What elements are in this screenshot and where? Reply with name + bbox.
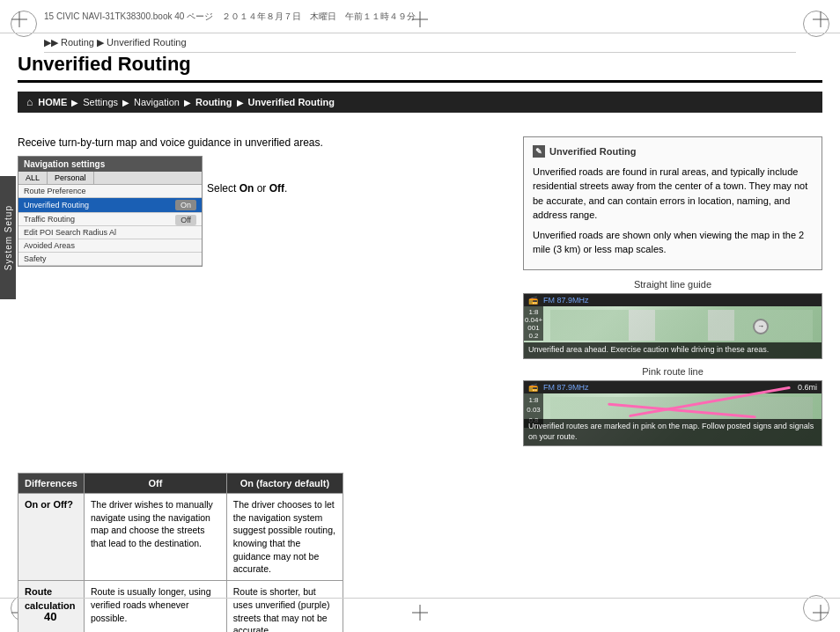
map1-overlay-text: Unverified area ahead. Exercise caution … <box>528 345 769 354</box>
map1-fm-bar: 📻 FM 87.9MHz <box>524 294 822 306</box>
crosshair-br <box>813 605 829 621</box>
nav-tab-personal: Personal <box>48 172 94 184</box>
map2-image: 📻 FM 87.9MHz 0.6mi 1:8 0.03 0.8 Unverifi… <box>523 380 822 446</box>
page-number: 40 <box>44 610 56 623</box>
map2-fm-icon: 📻 <box>528 383 538 392</box>
map2-side-val2: 0.03 <box>527 406 541 414</box>
nav-tabs: ALL Personal <box>18 172 202 185</box>
map1-label: Straight line guide <box>523 279 822 290</box>
crosshair-bm <box>412 605 428 621</box>
sidebar-tab: System Setup <box>0 176 16 299</box>
nav-title-bar: Navigation settings <box>18 157 202 172</box>
on-label: On <box>175 200 196 210</box>
nav-item-route-pref: Route Preference <box>18 185 202 198</box>
row-label-route-calc: Routecalculation <box>18 581 85 632</box>
map2-label: Pink route line <box>523 366 822 377</box>
map1-side-val2: 0.04+ <box>525 316 542 324</box>
info-box-title: ✎ Unverified Routing <box>533 144 813 159</box>
bottom-divider <box>0 598 840 599</box>
info-para-2: Unverified roads are shown only when vie… <box>533 228 813 257</box>
nav-item-avoided: Avoided Areas <box>18 239 202 253</box>
info-icon: ✎ <box>533 145 545 158</box>
off-label: Off <box>175 215 196 225</box>
path-arrow-4: ▶ <box>237 98 244 107</box>
row-off-route-calc: Route is usually longer, using verified … <box>84 581 226 632</box>
map1-side-val3: 001 <box>527 324 539 332</box>
differences-table: Differences Off On (factory default) On … <box>18 473 343 632</box>
map2-section: Pink route line 📻 FM 87.9MHz 0.6mi 1:8 0… <box>523 366 822 446</box>
nav-item-poi: Edit POI Search Radius Al <box>18 226 202 239</box>
map1-section: Straight line guide 📻 FM 87.9MHz 1:8 0.0… <box>523 279 822 359</box>
map1-image: 📻 FM 87.9MHz 1:8 0.04+ 001 0.2 → Unverif… <box>523 293 822 359</box>
map1-side-val1: 1:8 <box>528 308 538 316</box>
path-step-navigation: Navigation <box>134 97 180 107</box>
breadcrumb-text: ▶▶ Routing ▶ Unverified Routing <box>44 37 187 48</box>
table-row-route-calc: Routecalculation Route is usually longer… <box>18 581 343 632</box>
map1-side-val4: 0.2 <box>528 332 538 340</box>
nav-tab-all: ALL <box>18 172 48 184</box>
home-icon: ⌂ <box>26 96 33 108</box>
path-arrow-1: ▶ <box>71 98 78 107</box>
map2-corner-text: 0.6mi <box>798 383 817 392</box>
col-header-differences: Differences <box>18 474 85 494</box>
row-on-onoff: The driver chooses to let the navigation… <box>226 494 343 581</box>
page-title: Unverified Routing <box>18 53 822 83</box>
screenshot-area: Navigation settings ALL Personal Route P… <box>18 156 343 297</box>
nav-item-safety: Safety <box>18 253 202 266</box>
map1-side-panel: 1:8 0.04+ 001 0.2 <box>524 306 543 341</box>
intro-text: Receive turn-by-turn map and voice guida… <box>18 136 343 149</box>
map1-overlay: Unverified area ahead. Exercise caution … <box>524 342 822 358</box>
home-path-bar: ⌂ HOME ▶ Settings ▶ Navigation ▶ Routing… <box>18 92 822 113</box>
path-arrow-3: ▶ <box>184 98 191 107</box>
table-row-onoff: On or Off? The driver wishes to manually… <box>18 494 343 581</box>
path-step-settings: Settings <box>83 97 118 107</box>
right-column: ✎ Unverified Routing Unverified roads ar… <box>523 136 822 448</box>
left-column: Receive turn-by-turn map and voice guida… <box>18 136 343 632</box>
nav-item-traffic: Traffic Routing Off <box>18 213 202 226</box>
col-header-off: Off <box>84 474 226 494</box>
nav-item-unverified: Unverified Routing On <box>18 198 202 213</box>
row-off-onoff: The driver wishes to manually navigate u… <box>84 494 226 581</box>
top-strip: 15 CIVIC NAVI-31TK38300.book 40 ページ ２０１４… <box>0 0 840 33</box>
nav-item-traffic-label: Traffic Routing <box>24 215 75 224</box>
info-box-title-text: Unverified Routing <box>549 144 636 159</box>
nav-title-text: Navigation settings <box>24 159 105 169</box>
breadcrumb: ▶▶ Routing ▶ Unverified Routing <box>44 33 796 53</box>
path-step-routing: Routing <box>195 97 232 107</box>
map2-overlay: Unverified routes are marked in pink on … <box>524 419 822 445</box>
info-box: ✎ Unverified Routing Unverified roads ar… <box>523 136 822 270</box>
main-content: Unverified Routing ⌂ HOME ▶ Settings ▶ N… <box>18 53 822 597</box>
info-para-1: Unverified roads are found in rural area… <box>533 165 813 223</box>
row-label-onoff: On or Off? <box>18 494 85 581</box>
sidebar-tab-label: System Setup <box>4 205 13 270</box>
path-step-unverified: Unverified Routing <box>248 97 335 107</box>
map1-fm-icon: 📻 <box>528 296 538 305</box>
map1-road <box>550 310 813 341</box>
row-on-route-calc: Route is shorter, but uses unverified (p… <box>226 581 343 632</box>
map2-fm-text: FM 87.9MHz <box>543 383 589 392</box>
map2-side-val1: 1:8 <box>528 396 538 404</box>
path-step-home: HOME <box>38 97 67 107</box>
nav-screenshot: Navigation settings ALL Personal Route P… <box>18 156 203 267</box>
map1-arrow-marker: → <box>753 319 769 334</box>
select-text: Select On or Off. <box>207 182 287 195</box>
table-header: Differences Off On (factory default) <box>18 474 343 494</box>
nav-item-unverified-label: Unverified Routing <box>24 201 89 209</box>
path-arrow-2: ▶ <box>122 98 129 107</box>
col-header-on: On (factory default) <box>226 474 343 494</box>
map2-overlay-text: Unverified routes are marked in pink on … <box>528 422 814 441</box>
map1-fm-text: FM 87.9MHz <box>543 296 589 305</box>
top-strip-text: 15 CIVIC NAVI-31TK38300.book 40 ページ ２０１４… <box>44 11 416 23</box>
